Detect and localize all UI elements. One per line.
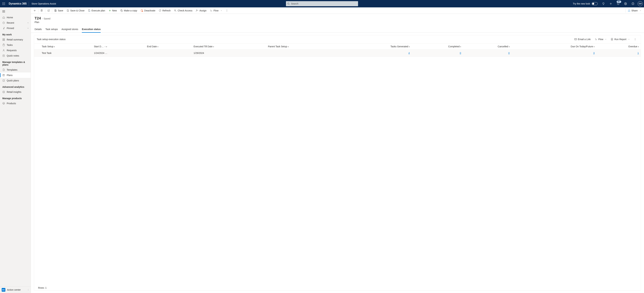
popout-button[interactable] [46, 8, 52, 14]
note-icon [2, 54, 5, 57]
try-new-look-toggle[interactable] [592, 2, 598, 5]
add-button[interactable] [608, 0, 614, 8]
nav-templates[interactable]: Templates [0, 67, 31, 73]
svg-point-48 [227, 11, 227, 12]
user-avatar[interactable]: SM [638, 1, 643, 6]
check-access-label: Check Access [178, 9, 192, 12]
cell-task-setup: Test Task [40, 50, 92, 57]
command-bar: Save Save & Close Execute plan New Make … [31, 8, 644, 14]
chevron-down-icon [27, 27, 29, 29]
svg-line-44 [176, 11, 176, 12]
new-label: New [112, 9, 117, 12]
col-end-date[interactable]: End Date▾ [145, 44, 192, 50]
nav-products[interactable]: Products [0, 101, 31, 106]
row-selector[interactable] [36, 52, 36, 55]
nav-retail-insights[interactable]: Retail insights [0, 89, 31, 95]
col-completed[interactable]: Completed▾ [412, 44, 463, 50]
nav-quick-plans[interactable]: Quick plans [0, 78, 31, 83]
svg-rect-39 [121, 10, 122, 12]
nav-tasks[interactable]: Tasks [0, 42, 31, 48]
new-button[interactable]: New [107, 8, 118, 14]
save-close-button[interactable]: Save & Close [65, 8, 86, 14]
cell-tasks-generated[interactable]: 4 [408, 52, 410, 54]
run-report-label: Run Report [614, 38, 626, 41]
cell-parent-task-setup [266, 50, 341, 57]
col-parent-task-setup[interactable]: Parent Task Setup▾ [266, 44, 341, 50]
table-row[interactable]: Test Task 1/24/2024 … 1/29/2024 4 0 0 3 … [34, 50, 641, 57]
col-due-today-future[interactable]: Due On Today/Future▾ [512, 44, 596, 50]
col-tasks-generated[interactable]: Tasks Generated▾ [341, 44, 412, 50]
app-launcher-button[interactable] [0, 0, 8, 8]
col-executed-till[interactable]: Executed Till Date▾ [192, 44, 266, 50]
global-search-input[interactable] [286, 1, 358, 6]
share-button[interactable]: Share [626, 8, 643, 14]
nav-quick-notes[interactable]: Quick notes [0, 53, 31, 58]
svg-rect-36 [88, 10, 90, 12]
header-right: Try the new look 99+ SM [573, 0, 644, 8]
overflow-button[interactable] [224, 8, 230, 14]
updown-icon [27, 289, 29, 291]
cell-completed[interactable]: 0 [460, 52, 461, 54]
svg-point-52 [635, 39, 635, 40]
col-start-date[interactable]: Start D…↑▾ [92, 44, 145, 50]
separator [45, 9, 45, 13]
flow-button[interactable]: Flow [208, 8, 224, 14]
col-task-setup[interactable]: Task Setup▾ [40, 44, 92, 50]
nav-plans[interactable]: Plans [0, 73, 31, 78]
execute-plan-button[interactable]: Execute plan [86, 8, 107, 14]
sidebar-area-switcher[interactable]: AC Action center [0, 286, 31, 293]
notifications-button[interactable]: 99+ [615, 0, 622, 8]
sidebar-collapse-button[interactable] [0, 8, 31, 15]
search-icon [287, 3, 290, 5]
ideas-button[interactable] [600, 0, 607, 8]
open-record-set-button[interactable] [39, 8, 45, 14]
save-icon [54, 9, 57, 12]
tab-assigned-stores[interactable]: Assigned stores [62, 26, 78, 33]
tab-details[interactable]: Details [34, 26, 42, 33]
help-button[interactable] [630, 0, 636, 8]
col-overdue[interactable]: Overdue▾ [596, 44, 641, 50]
email-link-button[interactable]: Email a Link [572, 37, 592, 42]
copy-icon [120, 9, 123, 12]
svg-point-0 [2, 3, 3, 3]
col-cancelled[interactable]: Cancelled▾ [463, 44, 512, 50]
tab-task-setups[interactable]: Task setups [46, 26, 58, 33]
nav-retail-insights-label: Retail insights [7, 91, 21, 93]
cell-overdue[interactable]: 1 [638, 52, 639, 54]
share-label: Share [632, 9, 638, 12]
refresh-button[interactable]: Refresh [157, 8, 172, 14]
nav-recent[interactable]: Recent [0, 20, 31, 26]
save-button[interactable]: Save [52, 8, 65, 14]
separator [38, 9, 38, 13]
tab-execution-status[interactable]: Execution status [82, 26, 100, 33]
cell-cancelled[interactable]: 0 [508, 52, 510, 54]
nav-retail-summary[interactable]: Retail summary [0, 37, 31, 42]
make-copy-button[interactable]: Make a copy [118, 8, 139, 14]
svg-line-42 [142, 11, 143, 12]
check-access-button[interactable]: Check Access [172, 8, 194, 14]
svg-rect-23 [4, 40, 5, 41]
section-flow-button[interactable]: Flow [593, 37, 608, 42]
settings-button[interactable] [622, 0, 629, 8]
hamburger-icon [2, 10, 5, 13]
chevron-down-icon [605, 39, 606, 40]
assign-button[interactable]: Assign [194, 8, 208, 14]
svg-point-8 [4, 5, 5, 5]
deactivate-button[interactable]: Deactivate [139, 8, 157, 14]
flow-icon [595, 38, 598, 41]
record-tabs: Details Task setups Assigned stores Exec… [31, 26, 644, 33]
person-icon [2, 49, 5, 52]
svg-rect-22 [3, 40, 4, 41]
nav-requests[interactable]: Requests [0, 48, 31, 53]
back-button[interactable] [32, 8, 38, 14]
cell-due-today-future[interactable]: 3 [593, 52, 595, 54]
save-label: Save [58, 9, 63, 12]
try-new-look-label: Try the new look [573, 2, 590, 5]
nav-home[interactable]: Home [0, 15, 31, 20]
select-all-header[interactable] [34, 44, 40, 50]
section-title: Task setup execution status [37, 38, 66, 41]
section-overflow-button[interactable] [632, 37, 638, 42]
svg-rect-34 [55, 10, 56, 10]
nav-pinned[interactable]: Pinned [0, 26, 31, 31]
run-report-button[interactable]: Run Report [609, 37, 632, 42]
